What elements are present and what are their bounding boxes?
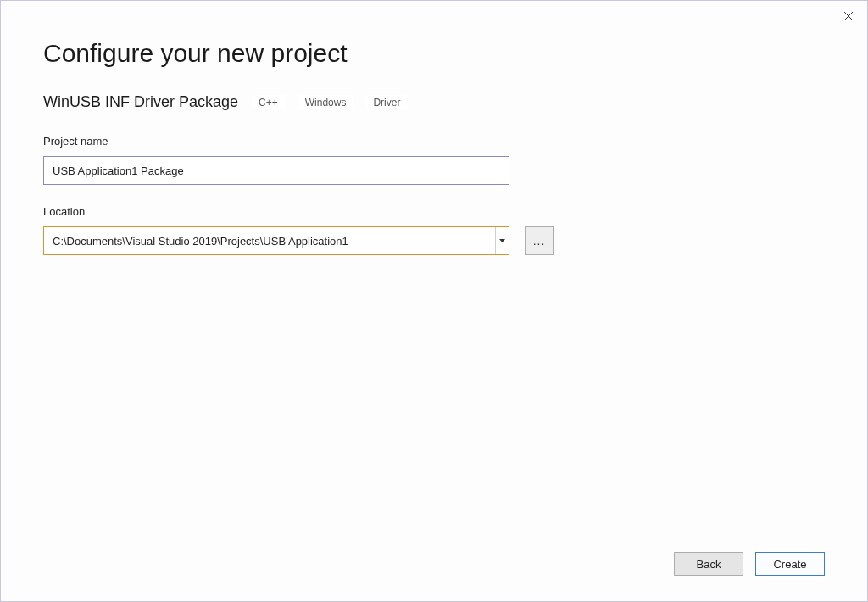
browse-button[interactable]: ...	[525, 226, 554, 255]
page-title: Configure your new project	[43, 39, 825, 68]
location-input[interactable]	[44, 227, 495, 254]
close-button[interactable]	[840, 8, 857, 25]
create-button[interactable]: Create	[755, 552, 825, 576]
tag-driver: Driver	[366, 95, 407, 110]
template-name: WinUSB INF Driver Package	[43, 93, 238, 111]
svg-marker-2	[499, 239, 505, 242]
close-icon	[843, 11, 854, 21]
location-row: ...	[43, 226, 825, 255]
dialog-content: Configure your new project WinUSB INF Dr…	[1, 1, 867, 255]
project-name-group: Project name	[43, 135, 825, 185]
back-button[interactable]: Back	[674, 552, 743, 576]
project-name-input[interactable]	[43, 156, 509, 185]
tag-windows: Windows	[298, 95, 353, 110]
location-label: Location	[43, 205, 825, 218]
chevron-down-icon	[499, 239, 505, 242]
tag-cpp: C++	[252, 95, 285, 110]
location-group: Location ...	[43, 205, 825, 255]
dialog-footer: Back Create	[674, 552, 825, 576]
template-row: WinUSB INF Driver Package C++ Windows Dr…	[43, 93, 825, 111]
location-dropdown-button[interactable]	[495, 227, 509, 254]
configure-project-dialog: Configure your new project WinUSB INF Dr…	[0, 0, 868, 602]
location-combo	[43, 226, 509, 255]
project-name-label: Project name	[43, 135, 825, 148]
